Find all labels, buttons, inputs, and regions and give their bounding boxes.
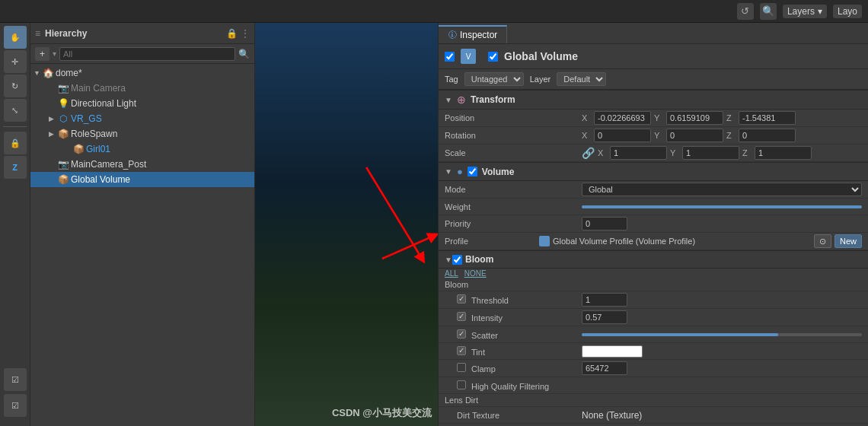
- scene-area: CSDN @小马技美交流: [255, 23, 438, 426]
- scale-z-input[interactable]: [755, 146, 812, 160]
- obj-component-checkbox[interactable]: [488, 52, 498, 62]
- rot-z-input[interactable]: [739, 129, 796, 142]
- scatter-slider[interactable]: [582, 333, 862, 336]
- hierarchy-lock-icon[interactable]: 🔒: [226, 28, 238, 39]
- tint-color-swatch[interactable]: [582, 345, 643, 358]
- rot-x-input[interactable]: [594, 129, 651, 142]
- pos-z-input[interactable]: [739, 111, 796, 125]
- history-icon[interactable]: ↺: [737, 3, 754, 20]
- hierarchy-item-girl01[interactable]: 📦 Girl01: [30, 141, 254, 157]
- intensity-input[interactable]: [582, 310, 627, 324]
- girl01-icon: 📦: [73, 144, 84, 154]
- hierarchy-item-rolespawn[interactable]: ▶ 📦 RoleSpawn: [30, 126, 254, 141]
- dirt-texture-text: None (Texture): [582, 410, 642, 421]
- checkbox-btn[interactable]: ☑: [4, 368, 27, 391]
- hqf-checkbox[interactable]: [457, 380, 466, 389]
- position-row: Position X Y Z: [439, 110, 868, 127]
- profile-new-btn[interactable]: New: [834, 234, 862, 248]
- scale-y-input[interactable]: [682, 146, 739, 160]
- hierarchy-item-maincam-post[interactable]: 📷 MainCamera_Post: [30, 157, 254, 172]
- toolbar-separator: [3, 126, 27, 127]
- hierarchy-item-main-camera[interactable]: 📷 Main Camera: [30, 81, 254, 96]
- layout-dropdown[interactable]: Layo: [833, 5, 862, 18]
- rolespawn-arrow-icon: ▶: [49, 130, 56, 138]
- threshold-label-text: Threshold: [471, 296, 509, 305]
- mode-dropdown[interactable]: Global: [582, 183, 862, 196]
- clamp-checkbox[interactable]: [457, 363, 466, 372]
- pos-y-input[interactable]: [666, 111, 723, 125]
- z-icon[interactable]: Z: [4, 156, 27, 179]
- hierarchy-item-global-volume[interactable]: 📦 Global Volume: [30, 172, 254, 187]
- maincam-post-icon: 📷: [58, 159, 69, 170]
- transform-section-header[interactable]: ▼ ⊕ Transform: [439, 90, 868, 110]
- hierarchy-item-dome[interactable]: ▼ 🏠 dome*: [30, 65, 254, 81]
- volume-section-header[interactable]: ▼ ● Volume: [439, 162, 868, 181]
- hierarchy-search-input[interactable]: [59, 47, 235, 61]
- clamp-input[interactable]: [582, 361, 627, 375]
- volume-enabled-checkbox[interactable]: [468, 167, 477, 176]
- weight-slider[interactable]: [582, 205, 862, 208]
- hqf-label: High Quality Filtering: [445, 380, 582, 391]
- none-link[interactable]: NONE: [464, 269, 487, 278]
- priority-input[interactable]: [582, 217, 627, 230]
- bloom-enabled-checkbox[interactable]: [452, 255, 462, 265]
- weight-label: Weight: [445, 202, 582, 211]
- bloom-title: Bloom: [465, 254, 493, 265]
- rotate-tool-btn[interactable]: ↻: [4, 75, 27, 97]
- hierarchy-dropdown-arrow: ▾: [53, 49, 56, 58]
- all-link[interactable]: ALL: [445, 269, 458, 278]
- move-tool-btn[interactable]: ✛: [4, 50, 27, 73]
- hand-tool-btn[interactable]: ✋: [4, 26, 27, 49]
- global-volume-icon: 📦: [58, 174, 69, 185]
- tint-checkbox[interactable]: [457, 346, 466, 355]
- rot-x-label: X: [582, 131, 591, 140]
- layer-label: Layer: [530, 75, 551, 84]
- pos-x-input[interactable]: [594, 111, 651, 125]
- intensity-checkbox[interactable]: [457, 312, 466, 321]
- tag-dropdown[interactable]: Untagged: [464, 72, 524, 86]
- scale-link-icon: 🔗: [582, 147, 595, 159]
- girl01-arrow-icon: [64, 145, 72, 153]
- hierarchy-search-icon[interactable]: 🔍: [238, 49, 250, 59]
- hierarchy-header: ≡ Hierarchy 🔒 ⋮: [30, 23, 254, 44]
- hierarchy-menu-icon[interactable]: ⋮: [241, 28, 250, 39]
- profile-asset-icon: [539, 236, 550, 246]
- tint-label-text: Tint: [471, 348, 485, 357]
- scale-row: Scale 🔗 X Y Z: [439, 145, 868, 162]
- rotation-label: Rotation: [445, 131, 582, 140]
- obj-active-checkbox[interactable]: [445, 52, 455, 62]
- bloom-section-header[interactable]: ▼ Bloom: [439, 250, 868, 269]
- scale-x-input[interactable]: [610, 146, 667, 160]
- dome-scene-icon: 🏠: [43, 68, 53, 78]
- hqf-label-text: High Quality Filtering: [471, 382, 549, 391]
- hierarchy-panel: ≡ Hierarchy 🔒 ⋮ + ▾ 🔍 ▼ 🏠 dome*: [30, 23, 255, 426]
- hierarchy-title: Hierarchy: [45, 28, 87, 39]
- hierarchy-item-dir-light[interactable]: 💡 Directional Light: [30, 96, 254, 111]
- checkbox2-btn[interactable]: ☑: [4, 394, 27, 417]
- dirt-texture-value: None (Texture): [582, 410, 862, 421]
- mode-label: Mode: [445, 185, 582, 194]
- threshold-checkbox[interactable]: [457, 294, 466, 304]
- threshold-label: Threshold: [445, 294, 582, 305]
- layer-dropdown[interactable]: Default: [557, 72, 606, 86]
- hierarchy-toolbar: + ▾ 🔍: [30, 44, 254, 64]
- lock-btn[interactable]: 🔒: [4, 132, 27, 154]
- scale-tool-btn[interactable]: ⤡: [4, 99, 27, 122]
- hierarchy-item-vr-gs[interactable]: ▶ ⬡ VR_GS: [30, 111, 254, 126]
- search-icon[interactable]: 🔍: [760, 3, 777, 20]
- tab-inspector[interactable]: 🛈 Inspector: [439, 25, 507, 43]
- main-area: ✋ ✛ ↻ ⤡ 🔒 Z ☑ ☑ ≡ Hierarchy 🔒 ⋮ + ▾ 🔍: [0, 23, 868, 426]
- dir-light-arrow-icon: [49, 100, 56, 107]
- main-camera-icon: 📷: [58, 83, 69, 94]
- rot-y-input[interactable]: [666, 129, 723, 142]
- clamp-label-text: Clamp: [471, 364, 496, 374]
- hierarchy-add-btn[interactable]: +: [35, 47, 49, 61]
- pos-x-label: X: [582, 113, 591, 122]
- layers-dropdown[interactable]: Layers ▾: [783, 5, 827, 18]
- scatter-checkbox[interactable]: [457, 329, 466, 339]
- obj-header: V Global Volume: [439, 44, 868, 69]
- threshold-input[interactable]: [582, 293, 627, 307]
- profile-target-btn[interactable]: ⊙: [814, 234, 831, 248]
- obj-tag-row: Tag Untagged Layer Default: [439, 69, 868, 90]
- dirt-texture-label-text: Dirt Texture: [457, 411, 499, 420]
